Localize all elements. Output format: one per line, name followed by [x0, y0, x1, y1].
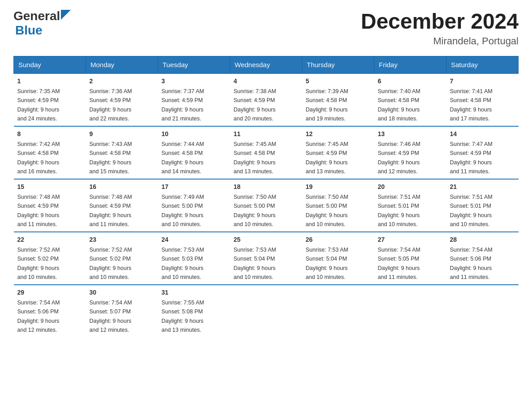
day-daylight-cont: and 11 minutes. [450, 168, 490, 175]
day-sunset: Sunset: 5:02 PM [90, 256, 131, 262]
day-daylight-cont: and 10 minutes. [306, 221, 346, 227]
calendar-cell: 29 Sunrise: 7:54 AM Sunset: 5:06 PM Dayl… [14, 285, 86, 337]
day-sunrise: Sunrise: 7:54 AM [90, 300, 132, 306]
day-daylight-cont: and 17 minutes. [450, 116, 490, 122]
day-daylight-cont: and 11 minutes. [90, 221, 129, 227]
calendar-cell: 15 Sunrise: 7:48 AM Sunset: 4:59 PM Dayl… [14, 179, 86, 232]
logo-general: General [13, 9, 60, 23]
title-section: December 2024 Mirandela, Portugal [361, 9, 519, 47]
day-sunrise: Sunrise: 7:45 AM [306, 141, 348, 147]
day-daylight: Daylight: 9 hours [17, 212, 60, 218]
calendar-cell: 11 Sunrise: 7:45 AM Sunset: 4:58 PM Dayl… [230, 126, 302, 179]
day-number: 19 [306, 182, 371, 192]
day-number: 22 [17, 235, 82, 244]
day-daylight: Daylight: 9 hours [234, 265, 276, 271]
day-daylight-cont: and 12 minutes. [17, 327, 57, 333]
day-sunset: Sunset: 4:59 PM [234, 97, 275, 103]
day-daylight-cont: and 14 minutes. [162, 168, 202, 175]
day-sunset: Sunset: 5:04 PM [234, 256, 275, 262]
day-sunrise: Sunrise: 7:53 AM [162, 247, 204, 253]
day-number: 27 [378, 235, 443, 244]
day-number: 31 [162, 288, 227, 297]
day-sunrise: Sunrise: 7:45 AM [234, 141, 276, 147]
day-sunset: Sunset: 5:04 PM [306, 256, 347, 262]
calendar-cell: 8 Sunrise: 7:42 AM Sunset: 4:58 PM Dayli… [14, 126, 86, 179]
day-sunrise: Sunrise: 7:37 AM [162, 88, 204, 94]
day-daylight-cont: and 11 minutes. [378, 274, 418, 280]
day-sunset: Sunset: 4:58 PM [234, 150, 275, 156]
calendar-cell: 21 Sunrise: 7:51 AM Sunset: 5:01 PM Dayl… [446, 179, 519, 232]
day-daylight-cont: and 13 minutes. [234, 168, 274, 175]
day-sunrise: Sunrise: 7:44 AM [162, 141, 204, 147]
day-daylight: Daylight: 9 hours [306, 265, 348, 271]
logo-blue: Blue [15, 23, 43, 37]
day-sunset: Sunset: 5:02 PM [17, 256, 59, 262]
day-daylight: Daylight: 9 hours [90, 107, 132, 113]
day-sunset: Sunset: 4:59 PM [17, 203, 59, 209]
day-sunset: Sunset: 4:58 PM [450, 97, 491, 103]
calendar-cell: 9 Sunrise: 7:43 AM Sunset: 4:58 PM Dayli… [86, 126, 158, 179]
day-sunset: Sunset: 5:00 PM [306, 203, 347, 209]
calendar-table: Sunday Monday Tuesday Wednesday Thursday… [13, 56, 519, 337]
calendar-header: Sunday Monday Tuesday Wednesday Thursday… [14, 56, 519, 74]
day-daylight-cont: and 13 minutes. [306, 168, 346, 175]
day-number: 17 [162, 182, 227, 192]
calendar-cell [230, 285, 302, 337]
logo: General Blue [13, 9, 71, 38]
day-sunrise: Sunrise: 7:43 AM [90, 141, 132, 147]
day-sunset: Sunset: 5:00 PM [162, 203, 203, 209]
day-number: 29 [17, 288, 82, 297]
day-daylight-cont: and 11 minutes. [17, 221, 57, 227]
day-number: 25 [234, 235, 299, 244]
day-sunrise: Sunrise: 7:46 AM [378, 141, 420, 147]
day-sunset: Sunset: 5:06 PM [17, 308, 59, 315]
day-daylight: Daylight: 9 hours [17, 265, 60, 271]
day-daylight-cont: and 10 minutes. [450, 221, 490, 227]
day-daylight-cont: and 11 minutes. [450, 274, 490, 280]
day-sunset: Sunset: 5:08 PM [162, 308, 203, 315]
day-number: 13 [378, 129, 443, 139]
day-daylight-cont: and 13 minutes. [162, 327, 202, 333]
day-sunset: Sunset: 4:59 PM [17, 97, 59, 103]
day-number: 8 [17, 129, 82, 139]
calendar-cell: 12 Sunrise: 7:45 AM Sunset: 4:59 PM Dayl… [302, 126, 374, 179]
day-number: 9 [90, 129, 154, 139]
day-daylight: Daylight: 9 hours [17, 159, 60, 166]
day-sunrise: Sunrise: 7:50 AM [234, 194, 276, 200]
calendar-cell: 6 Sunrise: 7:40 AM Sunset: 4:58 PM Dayli… [374, 73, 446, 126]
day-daylight-cont: and 22 minutes. [90, 116, 129, 122]
day-daylight: Daylight: 9 hours [17, 107, 60, 113]
calendar-cell: 14 Sunrise: 7:47 AM Sunset: 4:59 PM Dayl… [446, 126, 519, 179]
day-daylight: Daylight: 9 hours [306, 159, 348, 166]
day-number: 18 [234, 182, 299, 192]
day-number: 26 [306, 235, 371, 244]
day-sunrise: Sunrise: 7:53 AM [234, 247, 276, 253]
day-sunrise: Sunrise: 7:54 AM [17, 300, 60, 306]
day-daylight: Daylight: 9 hours [162, 265, 204, 271]
day-daylight-cont: and 10 minutes. [234, 274, 274, 280]
calendar-cell: 1 Sunrise: 7:35 AM Sunset: 4:59 PM Dayli… [14, 73, 86, 126]
day-number: 11 [234, 129, 299, 139]
day-daylight: Daylight: 9 hours [306, 212, 348, 218]
day-sunrise: Sunrise: 7:54 AM [450, 247, 493, 253]
day-daylight-cont: and 10 minutes. [162, 221, 202, 227]
day-sunrise: Sunrise: 7:55 AM [162, 300, 204, 306]
day-daylight-cont: and 12 minutes. [90, 327, 129, 333]
day-daylight-cont: and 16 minutes. [17, 168, 57, 175]
day-daylight: Daylight: 9 hours [378, 107, 420, 113]
day-number: 7 [450, 77, 515, 86]
day-number: 20 [378, 182, 443, 192]
day-sunset: Sunset: 5:05 PM [378, 256, 419, 262]
day-sunrise: Sunrise: 7:49 AM [162, 194, 204, 200]
svg-marker-0 [61, 10, 71, 20]
day-sunset: Sunset: 4:58 PM [306, 97, 347, 103]
col-wednesday: Wednesday [230, 56, 302, 74]
day-daylight-cont: and 21 minutes. [162, 116, 202, 122]
day-number: 10 [162, 129, 227, 139]
day-sunset: Sunset: 5:06 PM [450, 256, 491, 262]
day-number: 21 [450, 182, 515, 192]
day-number: 6 [378, 77, 443, 86]
col-monday: Monday [86, 56, 158, 74]
calendar-cell: 23 Sunrise: 7:52 AM Sunset: 5:02 PM Dayl… [86, 232, 158, 285]
day-sunrise: Sunrise: 7:42 AM [17, 141, 60, 147]
